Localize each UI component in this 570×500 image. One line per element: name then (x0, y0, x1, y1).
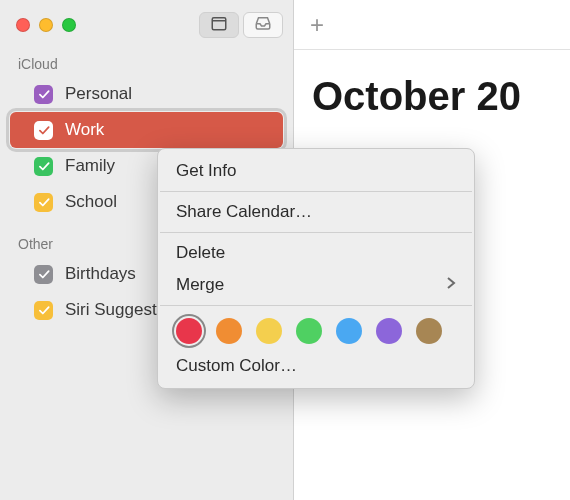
calendar-icon (210, 14, 228, 36)
window: iCloudPersonalWorkFamilySchoolOtherBirth… (0, 0, 570, 500)
color-swatch[interactable] (256, 318, 282, 344)
calendar-name-label: Personal (65, 84, 132, 104)
svg-rect-0 (212, 18, 226, 30)
calendar-visibility-checkbox[interactable] (34, 265, 53, 284)
sidebar-toolbar (0, 0, 293, 50)
calendar-visibility-checkbox[interactable] (34, 85, 53, 104)
color-swatch[interactable] (416, 318, 442, 344)
calendar-list-item[interactable]: Personal (0, 76, 293, 112)
add-event-button[interactable]: + (310, 11, 324, 39)
calendar-name-label: School (65, 192, 117, 212)
calendar-name-label: Birthdays (65, 264, 136, 284)
plus-icon: + (310, 11, 324, 38)
toolbar-buttons (199, 12, 283, 38)
calendar-visibility-checkbox[interactable] (34, 121, 53, 140)
menu-item-label: Delete (176, 243, 225, 263)
calendar-list-item[interactable]: Work (10, 112, 283, 148)
close-window-button[interactable] (16, 18, 30, 32)
menu-item-custom-color[interactable]: Custom Color… (158, 350, 474, 382)
calendar-name-label: Family (65, 156, 115, 176)
tray-icon (254, 14, 272, 36)
color-swatch[interactable] (376, 318, 402, 344)
menu-item-label: Merge (176, 275, 224, 295)
calendar-visibility-checkbox[interactable] (34, 301, 53, 320)
color-swatch[interactable] (216, 318, 242, 344)
calendar-visibility-checkbox[interactable] (34, 157, 53, 176)
section-header: iCloud (0, 50, 293, 76)
color-swatch-row (158, 310, 474, 350)
calendar-visibility-checkbox[interactable] (34, 193, 53, 212)
submenu-chevron-icon (446, 275, 456, 295)
calendar-context-menu: Get Info Share Calendar… Delete Merge Cu… (157, 148, 475, 389)
menu-item-label: Share Calendar… (176, 202, 312, 222)
inbox-button[interactable] (243, 12, 283, 38)
zoom-window-button[interactable] (62, 18, 76, 32)
menu-item-share-calendar[interactable]: Share Calendar… (158, 196, 474, 228)
minimize-window-button[interactable] (39, 18, 53, 32)
calendars-toggle-button[interactable] (199, 12, 239, 38)
menu-item-label: Get Info (176, 161, 236, 181)
main-toolbar: + (294, 0, 570, 50)
menu-item-delete[interactable]: Delete (158, 237, 474, 269)
menu-separator (160, 232, 472, 233)
color-swatch[interactable] (296, 318, 322, 344)
menu-item-get-info[interactable]: Get Info (158, 155, 474, 187)
calendar-name-label: Work (65, 120, 104, 140)
month-title: October 20 (312, 74, 521, 119)
menu-item-merge[interactable]: Merge (158, 269, 474, 301)
menu-separator (160, 305, 472, 306)
color-swatch[interactable] (336, 318, 362, 344)
window-controls (16, 18, 76, 32)
color-swatch[interactable] (176, 318, 202, 344)
menu-item-label: Custom Color… (176, 356, 297, 376)
menu-separator (160, 191, 472, 192)
